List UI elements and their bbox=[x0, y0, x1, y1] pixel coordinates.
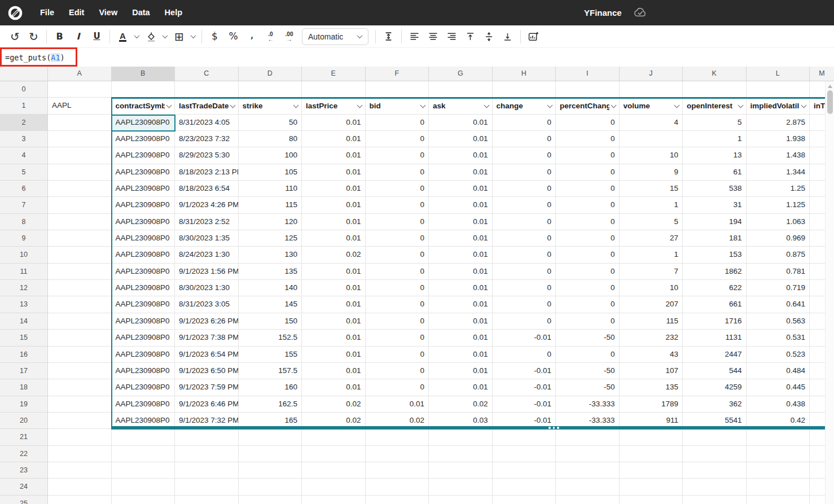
cell-C5[interactable]: 8/18/2023 2:13 PM bbox=[175, 164, 239, 181]
column-menu-chevron-icon[interactable] bbox=[357, 102, 362, 108]
cell-J17[interactable]: 107 bbox=[620, 363, 683, 379]
column-menu-chevron-icon[interactable] bbox=[293, 102, 299, 108]
cell-K14[interactable]: 1716 bbox=[683, 313, 747, 330]
cell-K13[interactable]: 661 bbox=[683, 296, 747, 313]
cell-B2[interactable]: AAPL230908P0 bbox=[112, 115, 175, 131]
cell-I25[interactable] bbox=[556, 496, 620, 504]
cell-L6[interactable]: 1.25 bbox=[747, 181, 810, 197]
wrap-text-button[interactable] bbox=[379, 28, 398, 46]
cell-D25[interactable] bbox=[239, 496, 302, 504]
cell-B8[interactable]: AAPL230908P0 bbox=[112, 214, 175, 230]
cell-L24[interactable] bbox=[747, 479, 810, 495]
column-header-A[interactable]: A bbox=[48, 67, 112, 81]
currency-format-button[interactable]: $ bbox=[205, 28, 224, 46]
row-header-21[interactable]: 21 bbox=[0, 429, 48, 445]
cell-I24[interactable] bbox=[556, 479, 620, 495]
cell-B7[interactable]: AAPL230908P0 bbox=[112, 197, 175, 213]
cell-L25[interactable] bbox=[747, 496, 810, 504]
cell-E5[interactable]: 0.01 bbox=[302, 164, 366, 181]
row-header-9[interactable]: 9 bbox=[0, 230, 48, 247]
cell-J23[interactable] bbox=[620, 462, 683, 479]
cell-J21[interactable] bbox=[620, 429, 683, 445]
cell-H1[interactable]: change bbox=[493, 98, 556, 114]
cell-K17[interactable]: 544 bbox=[683, 363, 747, 379]
cell-L15[interactable]: 0.531 bbox=[747, 330, 810, 346]
cell-L19[interactable]: 0.438 bbox=[747, 396, 810, 413]
comma-format-button[interactable]: , bbox=[243, 28, 261, 46]
cell-G6[interactable]: 0.01 bbox=[429, 181, 493, 197]
cell-D0[interactable] bbox=[239, 81, 302, 98]
menu-data[interactable]: Data bbox=[125, 0, 157, 25]
cell-K2[interactable]: 5 bbox=[683, 115, 747, 131]
cell-J18[interactable]: 135 bbox=[620, 379, 683, 396]
cell-F16[interactable]: 0 bbox=[366, 347, 429, 363]
cell-B3[interactable]: AAPL230908P0 bbox=[112, 131, 175, 147]
row-header-25[interactable]: 25 bbox=[0, 496, 48, 504]
cell-C8[interactable]: 8/31/2023 2:52 bbox=[175, 214, 239, 230]
cell-D4[interactable]: 100 bbox=[239, 147, 302, 164]
cell-I18[interactable]: -50 bbox=[556, 379, 620, 396]
cell-C10[interactable]: 8/24/2023 1:30 bbox=[175, 247, 239, 263]
cell-B18[interactable]: AAPL230908P0 bbox=[112, 379, 175, 396]
cell-H25[interactable] bbox=[493, 496, 556, 504]
column-header-I[interactable]: I bbox=[556, 67, 620, 81]
valign-middle-button[interactable] bbox=[480, 28, 498, 46]
cell-L8[interactable]: 1.063 bbox=[747, 214, 810, 230]
cell-G13[interactable]: 0.01 bbox=[429, 296, 493, 313]
row-header-11[interactable]: 11 bbox=[0, 264, 48, 280]
cell-J10[interactable]: 1 bbox=[620, 247, 683, 263]
cell-F4[interactable]: 0 bbox=[366, 147, 429, 164]
row-header-20[interactable]: 20 bbox=[0, 413, 48, 429]
cell-J1[interactable]: volume bbox=[620, 98, 683, 114]
cell-A2[interactable] bbox=[48, 115, 112, 131]
cell-F8[interactable]: 0 bbox=[366, 214, 429, 230]
text-color-dropdown[interactable] bbox=[132, 28, 142, 46]
cell-L16[interactable]: 0.523 bbox=[747, 347, 810, 363]
cell-D18[interactable]: 160 bbox=[239, 379, 302, 396]
cell-B4[interactable]: AAPL230908P0 bbox=[112, 147, 175, 164]
cell-H11[interactable]: 0 bbox=[493, 264, 556, 280]
cell-A10[interactable] bbox=[48, 247, 112, 263]
column-header-L[interactable]: L bbox=[747, 67, 810, 81]
cell-B1[interactable]: contractSymbol bbox=[112, 98, 175, 114]
cell-I23[interactable] bbox=[556, 462, 620, 479]
cell-G24[interactable] bbox=[429, 479, 493, 495]
cell-C23[interactable] bbox=[175, 462, 239, 479]
cell-E0[interactable] bbox=[302, 81, 366, 98]
cell-G23[interactable] bbox=[429, 462, 493, 479]
cell-H6[interactable]: 0 bbox=[493, 181, 556, 197]
cell-B5[interactable]: AAPL230908P0 bbox=[112, 164, 175, 181]
cell-A12[interactable] bbox=[48, 280, 112, 296]
table-border-bottom[interactable] bbox=[111, 426, 825, 430]
text-color-button[interactable]: A bbox=[113, 28, 132, 46]
cell-C7[interactable]: 9/1/2023 4:26 PM bbox=[175, 197, 239, 213]
cell-H22[interactable] bbox=[493, 446, 556, 462]
row-header-13[interactable]: 13 bbox=[0, 296, 48, 313]
cell-D3[interactable]: 80 bbox=[239, 131, 302, 147]
cell-C3[interactable]: 8/23/2023 7:32 bbox=[175, 131, 239, 147]
cell-B6[interactable]: AAPL230908P0 bbox=[112, 181, 175, 197]
cell-L7[interactable]: 1.125 bbox=[747, 197, 810, 213]
column-menu-chevron-icon[interactable] bbox=[738, 102, 743, 108]
cell-A17[interactable] bbox=[48, 363, 112, 379]
cell-I16[interactable]: 0 bbox=[556, 347, 620, 363]
cell-B21[interactable] bbox=[112, 429, 175, 445]
cell-L18[interactable]: 0.445 bbox=[747, 379, 810, 396]
number-format-select[interactable]: Automatic bbox=[302, 28, 368, 45]
cell-K12[interactable]: 622 bbox=[683, 280, 747, 296]
cell-B15[interactable]: AAPL230908P0 bbox=[112, 330, 175, 346]
row-header-16[interactable]: 16 bbox=[0, 347, 48, 363]
cell-C12[interactable]: 8/30/2023 1:30 bbox=[175, 280, 239, 296]
cell-J24[interactable] bbox=[620, 479, 683, 495]
column-header-K[interactable]: K bbox=[683, 67, 747, 81]
cell-E22[interactable] bbox=[302, 446, 366, 462]
cell-H15[interactable]: -0.01 bbox=[493, 330, 556, 346]
cell-C17[interactable]: 9/1/2023 6:50 PM bbox=[175, 363, 239, 379]
valign-bottom-button[interactable] bbox=[498, 28, 517, 46]
cell-D16[interactable]: 155 bbox=[239, 347, 302, 363]
column-header-B[interactable]: B bbox=[112, 67, 175, 81]
cell-H16[interactable]: 0 bbox=[493, 347, 556, 363]
redo-button[interactable]: ↻ bbox=[24, 28, 43, 46]
cell-F24[interactable] bbox=[366, 479, 429, 495]
formula-bar[interactable]: =get_puts(A1) bbox=[0, 48, 834, 67]
